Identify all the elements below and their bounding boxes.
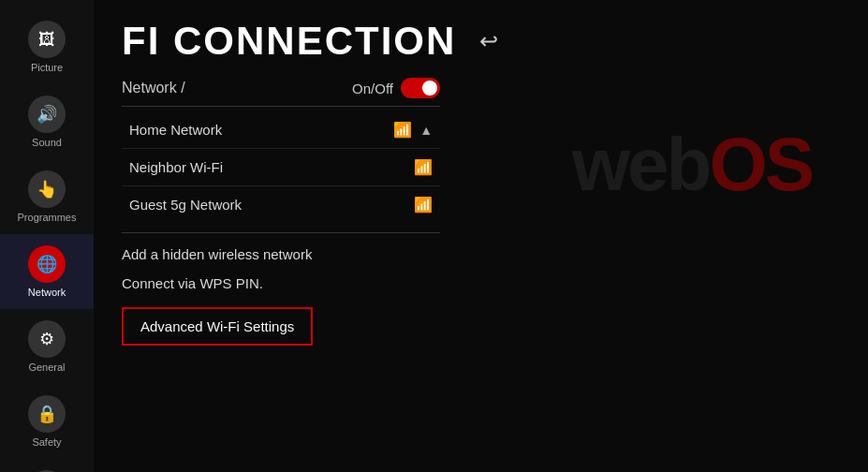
- sidebar: 🖼 Picture 🔊 Sound 👆 Programmes 🌐 Network…: [0, 0, 94, 472]
- toggle-label: On/Off: [352, 81, 393, 96]
- sidebar-item-general[interactable]: ⚙ General: [0, 309, 94, 384]
- sidebar-item-programmes[interactable]: 👆 Programmes: [0, 159, 94, 234]
- sidebar-item-accessibility[interactable]: ℹ Accessibility: [0, 459, 94, 472]
- connect-wps-link[interactable]: Connect via WPS PIN.: [122, 273, 840, 293]
- page-title: FI CONNECTION: [122, 19, 456, 64]
- network-item-home[interactable]: Home Network 📶 ▲: [122, 111, 440, 149]
- chevron-up-icon: ▲: [419, 123, 433, 138]
- network-name: Guest 5g Network: [129, 197, 242, 213]
- toggle-row: On/Off: [352, 78, 440, 98]
- network-item-right: 📶: [414, 158, 433, 176]
- network-item-neighbor[interactable]: Neighbor Wi-Fi 📶: [122, 149, 440, 186]
- title-row: FI CONNECTION ↩: [122, 19, 840, 64]
- sidebar-item-label: Network: [28, 287, 66, 298]
- network-item-right: 📶: [414, 196, 433, 214]
- network-name: Neighbor Wi-Fi: [129, 159, 223, 175]
- divider-top: [122, 106, 440, 107]
- sidebar-item-label: Safety: [32, 436, 61, 448]
- network-item-guest[interactable]: Guest 5g Network 📶: [122, 186, 440, 223]
- network-header: Network / On/Off: [122, 78, 440, 98]
- add-hidden-network-link[interactable]: Add a hidden wireless network: [122, 244, 840, 264]
- wifi-signal-icon: 📶: [393, 121, 412, 139]
- sidebar-item-sound[interactable]: 🔊 Sound: [0, 84, 94, 159]
- main-content: FI CONNECTION ↩ Network / On/Off Home Ne…: [94, 0, 868, 472]
- wifi-signal-icon: 📶: [414, 196, 433, 214]
- safety-icon: 🔒: [28, 395, 66, 433]
- sidebar-item-picture[interactable]: 🖼 Picture: [0, 9, 94, 84]
- wifi-signal-icon: 📶: [414, 158, 433, 176]
- sidebar-item-label: Picture: [31, 62, 63, 73]
- sidebar-item-label: Programmes: [18, 212, 77, 223]
- sidebar-item-network[interactable]: 🌐 Network: [0, 234, 94, 309]
- network-label: Network /: [122, 80, 185, 96]
- sidebar-item-safety[interactable]: 🔒 Safety: [0, 384, 94, 459]
- sidebar-item-label: Sound: [32, 137, 62, 148]
- back-button[interactable]: ↩: [479, 28, 498, 54]
- divider-bottom: [122, 232, 440, 233]
- picture-icon: 🖼: [28, 21, 66, 58]
- wifi-toggle[interactable]: [401, 78, 440, 98]
- network-name: Home Network: [129, 122, 222, 138]
- network-list: Home Network 📶 ▲ Neighbor Wi-Fi 📶 Guest …: [122, 111, 440, 223]
- sound-icon: 🔊: [28, 96, 66, 133]
- network-item-right: 📶 ▲: [393, 121, 433, 139]
- general-icon: ⚙: [28, 320, 66, 358]
- network-icon: 🌐: [28, 245, 66, 283]
- sidebar-item-label: General: [28, 361, 65, 373]
- advanced-wifi-settings-button[interactable]: Advanced Wi-Fi Settings: [122, 307, 313, 346]
- programmes-icon: 👆: [28, 170, 66, 208]
